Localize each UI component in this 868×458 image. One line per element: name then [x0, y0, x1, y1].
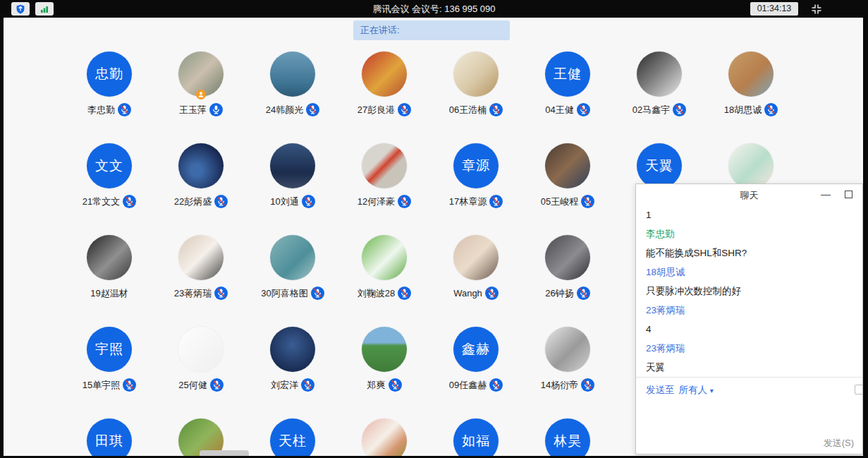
participant-name: 05王峻程 — [541, 195, 578, 208]
participant-label: 郑爽 — [339, 378, 429, 392]
participant-tile[interactable] — [706, 143, 796, 188]
chat-message-text: 4 — [646, 324, 852, 335]
participant-tile[interactable]: 如福 — [431, 418, 521, 456]
title-bar: 腾讯会议 会议号: 136 995 090 01:34:13 — [0, 0, 868, 18]
participant-tile[interactable]: 宇照15单宇照 — [64, 327, 154, 392]
participant-tile[interactable] — [339, 418, 429, 456]
participant-avatar — [545, 235, 590, 280]
participant-tile[interactable]: 王玉萍 — [156, 52, 246, 116]
participant-tile[interactable]: 30阿喜格图 — [247, 235, 338, 300]
participant-name: 04王健 — [545, 104, 573, 116]
mic-muted-icon — [398, 287, 411, 300]
participant-name: Wangh — [453, 288, 482, 299]
participant-tile[interactable]: 天柱 — [247, 418, 338, 456]
mic-muted-icon — [214, 287, 228, 300]
participant-name: 21常文文 — [82, 195, 120, 208]
participant-tile[interactable]: 27彭良港 — [339, 52, 429, 116]
participant-tile[interactable]: Wangh — [431, 235, 521, 300]
participant-avatar — [270, 143, 315, 188]
participant-label: 12何泽豪 — [339, 195, 429, 208]
chat-message-sender: 23蒋炳瑞 — [646, 305, 852, 316]
mic-muted-icon — [123, 378, 136, 392]
meeting-main-area: 正在讲话: 忠勤李忠勤王玉萍24韩颜光27彭良港06王浩楠王健04王健02马鑫宇… — [4, 18, 863, 456]
participant-label: Wangh — [431, 287, 521, 300]
participant-avatar — [362, 418, 407, 456]
participant-tile[interactable]: 24韩颜光 — [247, 52, 338, 116]
participant-label: 刘宏洋 — [247, 378, 338, 392]
participant-tile[interactable]: 鑫赫09任鑫赫 — [431, 327, 521, 392]
mic-muted-icon — [302, 195, 315, 208]
participant-tile[interactable]: 文文21常文文 — [64, 143, 154, 208]
host-badge-icon — [196, 90, 206, 100]
participant-tile[interactable]: 12何泽豪 — [339, 143, 429, 208]
participant-tile[interactable]: 14杨衍帝 — [522, 327, 613, 392]
participant-label: 27彭良港 — [339, 103, 429, 116]
send-to-dropdown[interactable]: 所有人 ▾ — [679, 385, 714, 395]
participant-tile[interactable]: 05王峻程 — [522, 143, 613, 208]
participant-name: 12何泽豪 — [357, 195, 395, 208]
chat-input[interactable] — [646, 400, 852, 431]
participant-name: 刘鞠波28 — [357, 287, 395, 300]
participant-tile[interactable]: 田琪 — [64, 418, 154, 456]
exit-fullscreen-icon[interactable] — [810, 3, 823, 16]
participant-tile[interactable]: 19赵温材 — [64, 235, 154, 300]
mic-muted-icon — [214, 195, 228, 208]
participant-avatar — [545, 143, 590, 188]
mic-muted-icon — [485, 287, 499, 300]
host-badge — [196, 90, 206, 100]
participant-tile[interactable]: 王健04王健 — [522, 52, 613, 116]
participant-tile[interactable]: 林昊 — [522, 418, 613, 456]
participant-tile[interactable]: 06王浩楠 — [431, 52, 521, 116]
participant-tile[interactable]: 忠勤李忠勤 — [64, 52, 154, 116]
participant-tile[interactable]: 刘宏洋 — [247, 327, 338, 392]
participant-label: 李忠勤 — [64, 103, 154, 116]
participant-name: 15单宇照 — [82, 379, 120, 392]
send-button[interactable]: 发送(S) — [824, 437, 854, 450]
chat-message-list[interactable]: 1李忠勤能不能换成SHL和SHR?18胡思诚只要脉冲次数控制的好23蒋炳瑞423… — [636, 205, 862, 377]
participant-tile[interactable]: 18胡思诚 — [706, 52, 796, 116]
participant-label: 王玉萍 — [156, 103, 246, 116]
participant-tile[interactable]: 郑爽 — [339, 327, 429, 392]
mic-muted-icon — [673, 103, 686, 116]
participant-name: 30阿喜格图 — [261, 287, 307, 300]
participant-label: 23蒋炳瑞 — [156, 287, 246, 300]
participant-name: 09任鑫赫 — [449, 379, 487, 392]
participant-tile[interactable]: 02马鑫宇 — [614, 52, 704, 116]
participant-label: 24韩颜光 — [247, 103, 338, 116]
participant-name: 19赵温材 — [90, 287, 128, 300]
participant-avatar: 天柱 — [270, 418, 315, 456]
participant-name: 06王浩楠 — [449, 104, 487, 116]
participant-label: 19赵温材 — [64, 287, 154, 300]
chevron-down-icon: ▾ — [710, 387, 714, 394]
participant-tile[interactable]: 23蒋炳瑞 — [156, 235, 246, 300]
participant-tile[interactable]: 22彭炳盛 — [156, 143, 246, 208]
participant-tile[interactable]: 10刘通 — [247, 143, 338, 208]
participant-avatar — [728, 143, 774, 188]
mic-muted-icon — [489, 103, 503, 116]
participant-tile[interactable]: 26钟扬 — [522, 235, 613, 300]
chat-input-action-icon[interactable] — [855, 385, 863, 394]
participant-tile[interactable]: 章源17林章源 — [431, 143, 521, 208]
bottom-toolbar-handle[interactable] — [200, 450, 249, 456]
participant-avatar: 鑫赫 — [453, 327, 499, 372]
mic-muted-icon — [577, 287, 590, 300]
participant-avatar: 文文 — [87, 143, 132, 188]
participant-avatar — [728, 52, 774, 97]
mic-muted-icon — [489, 195, 503, 208]
participant-tile[interactable]: 刘鞠波28 — [339, 235, 429, 300]
participant-avatar — [178, 143, 224, 188]
participant-avatar — [178, 327, 224, 372]
participant-label: 14杨衍帝 — [522, 378, 613, 392]
maximize-icon[interactable] — [845, 191, 852, 198]
participant-label: 26钟扬 — [522, 287, 613, 300]
mic-muted-icon — [123, 195, 136, 208]
minimize-icon[interactable]: — — [820, 187, 831, 201]
participant-label: 06王浩楠 — [431, 103, 521, 116]
mic-muted-icon — [311, 287, 324, 300]
mic-muted-icon — [389, 378, 402, 392]
participant-avatar: 章源 — [453, 143, 499, 188]
participant-name: 刘宏洋 — [271, 379, 298, 392]
participant-avatar — [453, 52, 499, 97]
participant-tile[interactable]: 25何健 — [156, 327, 246, 392]
participant-name: 23蒋炳瑞 — [174, 287, 212, 300]
